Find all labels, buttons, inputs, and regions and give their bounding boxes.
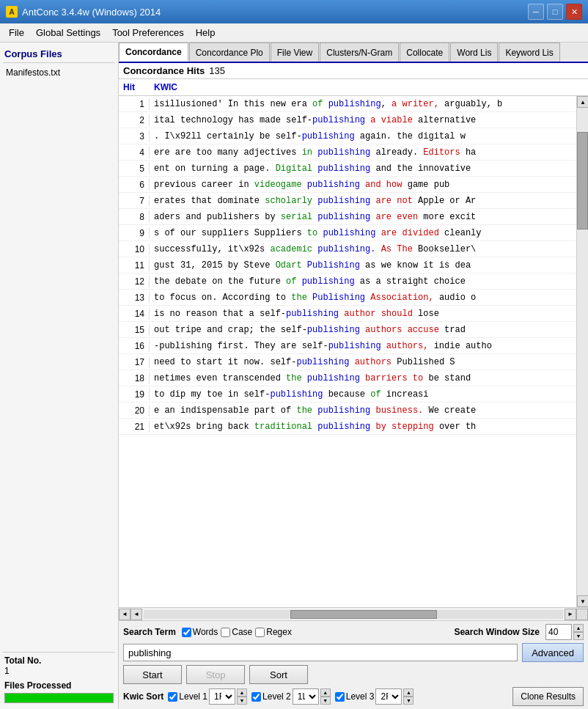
scroll-up-button[interactable]: ▲ bbox=[577, 96, 588, 108]
row-number: 11 bbox=[119, 260, 150, 271]
level1-up[interactable]: ▲ bbox=[237, 688, 247, 697]
level2-up[interactable]: ▲ bbox=[320, 688, 331, 697]
row-content: s of our suppliers Suppliers to publishi… bbox=[150, 227, 576, 239]
horizontal-scrollbar[interactable]: ◄ ◄ ► bbox=[119, 607, 588, 620]
row-content: need to start it now. self-publishing au… bbox=[150, 356, 576, 368]
row-number: 6 bbox=[119, 179, 150, 191]
advanced-button[interactable]: Advanced bbox=[522, 643, 584, 662]
menu-file[interactable]: File bbox=[3, 25, 30, 40]
row-content: to dip my toe in self-publishing because… bbox=[150, 389, 576, 400]
row-content: is no reason that a self-publishing auth… bbox=[150, 308, 576, 320]
corpus-file-item[interactable]: Manifestos.txt bbox=[3, 66, 115, 79]
row-content: isillusioned' In this new era of publish… bbox=[150, 98, 576, 110]
row-number: 21 bbox=[119, 421, 150, 433]
col-header-kwic: KWIC bbox=[150, 81, 576, 94]
row-content: e an indispensable part of the publishin… bbox=[150, 405, 576, 416]
window-size-group: ▲ ▼ bbox=[545, 624, 584, 640]
h-scroll-left-button[interactable]: ◄ bbox=[119, 609, 131, 620]
row-number: 17 bbox=[119, 356, 150, 368]
scroll-thumb[interactable] bbox=[577, 132, 588, 229]
row-number: 10 bbox=[119, 243, 150, 255]
start-button[interactable]: Start bbox=[123, 665, 182, 684]
menu-global-settings[interactable]: Global Settings bbox=[30, 25, 106, 40]
row-number: 19 bbox=[119, 389, 150, 400]
h-scroll-left2-button[interactable]: ◄ bbox=[131, 609, 142, 620]
tab-keyword-list[interactable]: Keyword Lis bbox=[499, 43, 559, 62]
tab-concordance[interactable]: Concordance bbox=[119, 43, 188, 62]
level3-up[interactable]: ▲ bbox=[403, 688, 414, 697]
tab-file-view[interactable]: File View bbox=[271, 43, 319, 62]
search-window-label: Search Window Size bbox=[454, 627, 540, 637]
window-size-down[interactable]: ▼ bbox=[573, 632, 584, 640]
maximize-button[interactable]: □ bbox=[547, 4, 563, 20]
level2-group: Level 2 1L1R2L2R ▲ ▼ bbox=[251, 688, 331, 705]
close-button[interactable]: ✕ bbox=[566, 4, 582, 20]
level1-checkbox[interactable] bbox=[168, 692, 177, 702]
row-content: the debate on the future of publishing a… bbox=[150, 276, 576, 287]
kwic-sort-row: Kwic Sort Level 1 1R1L2R2L ▲ ▼ Level 2 bbox=[123, 687, 584, 706]
row-number: 15 bbox=[119, 324, 150, 336]
app-icon: A bbox=[6, 6, 18, 18]
words-label: Words bbox=[193, 627, 218, 637]
level3-down[interactable]: ▼ bbox=[403, 697, 414, 705]
words-checkbox[interactable] bbox=[182, 628, 191, 637]
total-no-value: 1 bbox=[4, 666, 114, 676]
concordance-table: Hit KWIC 1 isillusioned' In this new era… bbox=[119, 79, 588, 620]
level3-select[interactable]: 2R1R1L2L bbox=[375, 688, 402, 705]
tab-collocate[interactable]: Collocate bbox=[400, 43, 449, 62]
table-row: 9 s of our suppliers Suppliers to publis… bbox=[119, 225, 576, 241]
row-number: 18 bbox=[119, 372, 150, 384]
level2-down[interactable]: ▼ bbox=[320, 697, 331, 705]
row-number: 3 bbox=[119, 131, 150, 142]
level2-spinner: ▲ ▼ bbox=[320, 688, 331, 705]
row-number: 5 bbox=[119, 163, 150, 175]
table-row: 6 previous career in videogame publishin… bbox=[119, 177, 576, 193]
row-content: aders and publishers by serial publishin… bbox=[150, 211, 576, 223]
regex-checkbox-item: Regex bbox=[255, 627, 292, 637]
h-scroll-thumb[interactable] bbox=[290, 610, 437, 619]
files-processed-label: Files Processed bbox=[4, 680, 114, 691]
clone-results-button[interactable]: Clone Results bbox=[512, 687, 584, 706]
level1-label: Level 1 bbox=[179, 691, 207, 702]
regex-label: Regex bbox=[266, 627, 292, 637]
search-input-row: Advanced bbox=[123, 643, 584, 662]
col-header-hit: Hit bbox=[119, 81, 150, 94]
level2-checkbox[interactable] bbox=[251, 692, 261, 702]
level2-select[interactable]: 1L1R2L2R bbox=[293, 688, 319, 705]
row-content: ent on turning a page. Digital publishin… bbox=[150, 163, 576, 175]
level1-select[interactable]: 1R1L2R2L bbox=[209, 688, 235, 705]
tab-clusters-ngram[interactable]: Clusters/N-Gram bbox=[320, 43, 399, 62]
window-size-input[interactable] bbox=[545, 624, 572, 640]
case-label: Case bbox=[232, 627, 252, 637]
minimize-button[interactable]: ─ bbox=[528, 4, 544, 20]
window-size-up[interactable]: ▲ bbox=[573, 624, 584, 632]
level3-checkbox[interactable] bbox=[335, 692, 345, 702]
sort-button[interactable]: Sort bbox=[249, 665, 308, 684]
row-number: 1 bbox=[119, 98, 150, 110]
menu-tool-preferences[interactable]: Tool Preferences bbox=[106, 25, 190, 40]
search-input[interactable] bbox=[123, 644, 518, 661]
row-number: 2 bbox=[119, 114, 150, 126]
tab-concordance-plot[interactable]: Concordance Plo bbox=[189, 43, 270, 62]
case-checkbox[interactable] bbox=[221, 628, 230, 637]
sidebar-bottom: Total No. 1 Files Processed bbox=[3, 652, 115, 706]
menubar: File Global Settings Tool Preferences He… bbox=[0, 23, 588, 43]
concordance-hits-count: 135 bbox=[209, 65, 225, 76]
stop-button[interactable]: Stop bbox=[186, 665, 245, 684]
menu-help[interactable]: Help bbox=[190, 25, 221, 40]
tab-word-list[interactable]: Word Lis bbox=[450, 43, 498, 62]
table-row: 12 the debate on the future of publishin… bbox=[119, 273, 576, 290]
table-row: 5 ent on turning a page. Digital publish… bbox=[119, 161, 576, 177]
row-number: 20 bbox=[119, 405, 150, 416]
level1-down[interactable]: ▼ bbox=[237, 697, 247, 705]
vertical-scrollbar[interactable]: ▲ ▼ bbox=[576, 96, 588, 607]
level2-label: Level 2 bbox=[262, 691, 291, 702]
row-number: 9 bbox=[119, 227, 150, 239]
table-rows[interactable]: 1 isillusioned' In this new era of publi… bbox=[119, 96, 576, 607]
h-scroll-right-button[interactable]: ► bbox=[565, 609, 576, 620]
regex-checkbox[interactable] bbox=[255, 628, 265, 637]
concordance-header: Concordance Hits 135 bbox=[119, 63, 588, 79]
search-options-row: Search Term Words Case Regex Sear bbox=[123, 624, 584, 640]
scroll-down-button[interactable]: ▼ bbox=[577, 595, 588, 607]
table-row: 21 et\x92s bring back traditional publis… bbox=[119, 419, 576, 435]
